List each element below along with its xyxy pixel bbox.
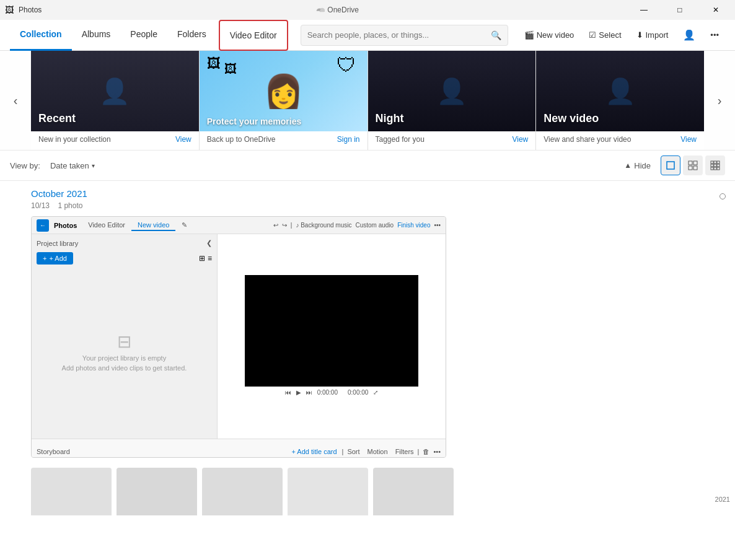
sp-empty-subtext: Add photos and video clips to get starte… bbox=[62, 364, 187, 372]
sp-back-button[interactable]: ← bbox=[37, 219, 49, 232]
sp-skip-fwd-btn[interactable]: ⏭ bbox=[306, 389, 312, 396]
svg-rect-1 bbox=[689, 161, 692, 165]
sp-more-btn[interactable]: ••• bbox=[434, 222, 441, 229]
card-night-image: 👤 Night bbox=[368, 51, 536, 131]
scroll-indicator bbox=[720, 193, 726, 199]
card-night-title: Night bbox=[376, 112, 404, 125]
hide-button[interactable]: ▲ Hide bbox=[624, 161, 651, 170]
sp-video-area bbox=[245, 275, 418, 387]
svg-rect-8 bbox=[711, 164, 713, 167]
sp-play-btn[interactable]: ▶ bbox=[296, 389, 301, 396]
sp-motion-btn[interactable]: Motion bbox=[368, 448, 388, 455]
view-by-selector[interactable]: Date taken ▾ bbox=[45, 159, 100, 173]
more-options-button[interactable]: ••• bbox=[704, 27, 725, 43]
sp-tab-video-editor[interactable]: Video Editor bbox=[82, 220, 131, 231]
tab-video-editor[interactable]: Video Editor bbox=[219, 20, 288, 51]
card-protect: 🖼 🖼 🛡 👩 Protect your memories Back up to… bbox=[200, 51, 368, 150]
sp-separator: | bbox=[342, 448, 344, 455]
thumbnail-5[interactable] bbox=[373, 468, 454, 515]
svg-rect-2 bbox=[693, 161, 697, 165]
protect-photo-icon: 🖼 bbox=[207, 56, 221, 72]
svg-rect-6 bbox=[714, 161, 716, 164]
tab-folders[interactable]: Folders bbox=[167, 20, 216, 51]
sp-add-button[interactable]: + + Add bbox=[37, 252, 73, 265]
import-button[interactable]: ⬇ Import bbox=[630, 27, 675, 43]
svg-rect-13 bbox=[717, 167, 720, 170]
sp-sort-btn[interactable]: Sort bbox=[347, 448, 359, 455]
card-new-video-action[interactable]: View bbox=[680, 135, 697, 144]
sp-titlebar: ← Photos Video Editor New video ✎ ↩ ↪ | … bbox=[32, 217, 446, 234]
new-video-icon: 🎬 bbox=[524, 30, 534, 40]
thumbnail-3[interactable] bbox=[202, 468, 283, 515]
section-photo-count: 1 photo bbox=[58, 201, 82, 210]
layout-single-button[interactable] bbox=[661, 155, 680, 175]
card-new-video-title: New video bbox=[544, 112, 599, 125]
svg-rect-10 bbox=[717, 164, 720, 167]
sp-filters-btn[interactable]: Filters bbox=[395, 448, 414, 455]
cards-next-button[interactable]: › bbox=[704, 51, 735, 150]
sp-more-actions-btn[interactable]: ••• bbox=[433, 448, 441, 455]
search-input[interactable] bbox=[307, 30, 491, 40]
app-title: Photos bbox=[19, 6, 42, 14]
nav-actions: 🎬 New video ☑ Select ⬇ Import 👤 ••• bbox=[518, 25, 725, 45]
sp-topbar-actions: ↩ ↪ | ♪ Background music Custom audio Fi… bbox=[273, 222, 441, 229]
account-icon: 👤 bbox=[683, 29, 695, 41]
sp-grid-view-btn[interactable]: ⊞ bbox=[199, 254, 205, 263]
new-video-button[interactable]: 🎬 New video bbox=[518, 27, 581, 43]
sp-empty-text: Your project library is empty bbox=[82, 354, 166, 362]
sp-storyboard-bar: Storyboard + Add title card | Sort Motio… bbox=[32, 439, 446, 458]
section-date-link[interactable]: October 2021 bbox=[31, 181, 725, 201]
thumbnail-4[interactable] bbox=[288, 468, 368, 515]
card-night-subtitle: Tagged for you bbox=[376, 135, 425, 144]
card-recent-action[interactable]: View bbox=[175, 135, 191, 144]
sp-delete-btn[interactable]: 🗑 bbox=[423, 448, 429, 455]
sp-add-title-card-btn[interactable]: + Add title card bbox=[291, 448, 337, 455]
sp-list-view-btn[interactable]: ≡ bbox=[208, 254, 212, 263]
svg-rect-12 bbox=[714, 167, 716, 170]
card-recent-image: 👤 Recent bbox=[31, 51, 199, 131]
sp-tab-new-video[interactable]: New video bbox=[131, 220, 175, 231]
sp-add-icon: + bbox=[43, 255, 46, 262]
maximize-button[interactable]: □ bbox=[666, 0, 694, 20]
card-new-video-image: 👤 New video bbox=[536, 51, 704, 131]
sp-undo-btn[interactable]: ↩ bbox=[273, 222, 278, 229]
close-button[interactable]: ✕ bbox=[702, 0, 730, 20]
card-recent-info: New in your collection View bbox=[31, 131, 199, 150]
layout-grid2-button[interactable] bbox=[683, 155, 703, 175]
sp-app-name: Photos bbox=[54, 222, 77, 229]
sp-edit-icon[interactable]: ✎ bbox=[175, 220, 193, 231]
sp-redo-btn[interactable]: ↪ bbox=[282, 222, 287, 229]
layout-buttons bbox=[661, 155, 725, 175]
side-scrollbar: 2021 bbox=[715, 181, 730, 515]
card-recent-subtitle: New in your collection bbox=[38, 135, 111, 144]
card-recent-title: Recent bbox=[38, 112, 76, 125]
cards-prev-button[interactable]: ‹ bbox=[0, 51, 31, 150]
sp-bg-music-btn[interactable]: ♪ Background music bbox=[296, 222, 351, 229]
sp-skip-back-btn[interactable]: ⏮ bbox=[285, 389, 291, 396]
sp-separator2: | bbox=[418, 448, 420, 455]
layout-grid3-button[interactable] bbox=[705, 155, 725, 175]
sp-sidebar-header: Project library ❮ bbox=[37, 239, 212, 247]
select-button[interactable]: ☑ Select bbox=[583, 27, 627, 43]
svg-rect-9 bbox=[714, 164, 716, 167]
thumbnail-1[interactable] bbox=[31, 468, 112, 515]
sp-fullscreen-btn[interactable]: ⤢ bbox=[373, 389, 378, 396]
minimize-button[interactable]: — bbox=[630, 0, 658, 20]
sp-collapse-icon[interactable]: ❮ bbox=[206, 239, 212, 247]
tab-people[interactable]: People bbox=[120, 20, 167, 51]
card-protect-action[interactable]: Sign in bbox=[337, 135, 360, 144]
protect-person-icon: 👩 bbox=[263, 72, 304, 110]
tab-collection[interactable]: Collection bbox=[10, 20, 72, 51]
tab-albums[interactable]: Albums bbox=[72, 20, 121, 51]
sp-finish-video-btn[interactable]: Finish video bbox=[397, 222, 430, 229]
search-bar[interactable]: 🔍 bbox=[301, 25, 508, 46]
card-protect-image: 🖼 🖼 🛡 👩 Protect your memories bbox=[200, 51, 368, 131]
card-protect-info: Back up to OneDrive Sign in bbox=[200, 131, 368, 150]
thumbnail-2[interactable] bbox=[117, 468, 197, 515]
card-night-action[interactable]: View bbox=[512, 135, 528, 144]
thumbnails-row bbox=[31, 458, 725, 515]
sp-custom-audio-btn[interactable]: Custom audio bbox=[355, 222, 394, 229]
sp-tabs: Video Editor New video ✎ bbox=[82, 220, 193, 231]
cards-row: ‹ 👤 Recent New in your collection View 🖼… bbox=[0, 51, 735, 151]
account-button[interactable]: 👤 bbox=[677, 25, 702, 45]
